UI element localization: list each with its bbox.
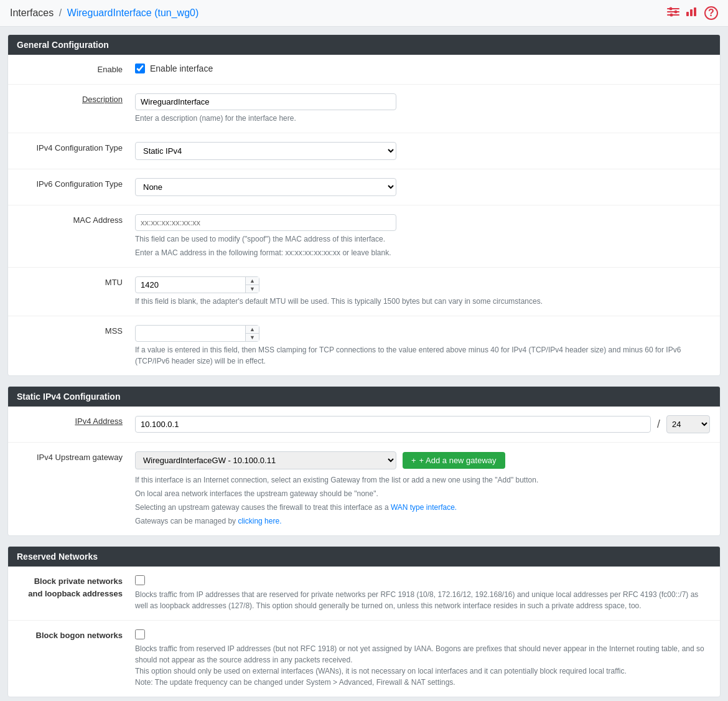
mac-row: MAC Address This field can be used to mo… (8, 205, 720, 268)
block-private-label: Block private networksand loopback addre… (8, 575, 133, 600)
mss-spinner-btns: ▲ ▼ (245, 326, 259, 341)
gw-help3-text: Selecting an upstream gateway causes the… (135, 503, 391, 512)
main-content: General Configuration Enable Enable inte… (0, 27, 728, 701)
ipv4-address-input[interactable] (135, 416, 651, 433)
block-private-help: Blocks traffic from IP addresses that ar… (135, 589, 710, 611)
mtu-input[interactable] (135, 276, 259, 293)
enable-row: Enable Enable interface (8, 55, 720, 85)
description-input[interactable] (135, 93, 396, 110)
mtu-help: If this field is blank, the adapter's de… (135, 296, 710, 307)
ipv4-slash: / (656, 418, 661, 431)
block-bogon-checkbox[interactable] (135, 629, 145, 639)
mss-increment-btn[interactable]: ▲ (246, 326, 259, 334)
upstream-gw-row: IPv4 Upstream gateway WireguardInterface… (8, 443, 720, 535)
static-ipv4-section: Static IPv4 Configuration IPv4 Address /… (7, 386, 721, 536)
mtu-row: MTU ▲ ▼ If this field is blank, the adap… (8, 268, 720, 316)
block-bogon-row: Block bogon networks Blocks traffic from… (8, 621, 720, 697)
mss-spinner: ▲ ▼ (135, 325, 259, 342)
enable-interface-label: Enable interface (150, 64, 213, 73)
block-private-checkbox[interactable] (135, 575, 145, 585)
add-gateway-button[interactable]: + + Add a new gateway (403, 452, 505, 469)
ipv4-config-label: IPv4 Configuration Type (8, 139, 133, 156)
svg-point-3 (670, 7, 673, 10)
mac-label: MAC Address (8, 212, 133, 228)
svg-rect-6 (686, 12, 689, 16)
mss-help: If a value is entered in this field, the… (135, 344, 710, 367)
sliders-icon[interactable] (667, 7, 679, 20)
svg-point-5 (670, 13, 673, 16)
mss-control: ▲ ▼ If a value is entered in this field,… (133, 322, 720, 369)
gw-help4: Gateways can be managed by clicking here… (135, 515, 710, 527)
static-ipv4-header: Static IPv4 Configuration (8, 387, 720, 407)
mtu-increment-btn[interactable]: ▲ (246, 277, 259, 285)
breadcrumb: Interfaces / WireguardInterface (tun_wg0… (10, 7, 198, 19)
gw-help4-text: Gateways can be managed by (135, 517, 238, 525)
block-private-checkbox-row (135, 575, 710, 585)
gw-help1: If this interface is an Internet connect… (135, 474, 710, 486)
gw-help2: On local area network interfaces the ups… (135, 488, 710, 499)
ipv4-address-row: IPv4 Address / 24 8 16 25 26 27 28 (8, 407, 720, 443)
mss-label: MSS (8, 322, 133, 339)
mac-control: This field can be used to modify ("spoof… (133, 212, 720, 261)
mss-input[interactable] (135, 325, 259, 342)
page-header: Interfaces / WireguardInterface (tun_wg0… (0, 0, 728, 27)
breadcrumb-separator: / (59, 7, 62, 18)
cidr-select[interactable]: 24 8 16 25 26 27 28 29 30 31 32 (666, 415, 710, 433)
description-help: Enter a description (name) for the inter… (135, 113, 710, 124)
mss-decrement-btn[interactable]: ▼ (246, 334, 259, 341)
svg-point-4 (674, 10, 678, 13)
svg-rect-0 (667, 8, 679, 9)
description-label: Description (8, 91, 133, 108)
block-bogon-control: Blocks traffic from reserved IP addresse… (133, 629, 720, 688)
breadcrumb-interfaces: Interfaces (10, 7, 54, 18)
block-bogon-help: Blocks traffic from reserved IP addresse… (135, 643, 710, 688)
general-config-header: General Configuration (8, 35, 720, 55)
block-bogon-label: Block bogon networks (8, 629, 133, 642)
enable-control: Enable interface (133, 61, 720, 76)
gateway-row: WireguardInterfaceGW - 10.100.0.11 none … (135, 451, 710, 469)
reserved-networks-section: Reserved Networks Block private networks… (7, 546, 721, 697)
svg-rect-2 (667, 14, 679, 16)
mac-help2: Enter a MAC address in the following for… (135, 247, 710, 258)
wan-type-link[interactable]: WAN type interface. (391, 503, 457, 512)
block-private-row: Block private networksand loopback addre… (8, 567, 720, 621)
plus-icon: + (411, 456, 416, 465)
enable-checkbox-row: Enable interface (135, 64, 710, 73)
mac-help1: This field can be used to modify ("spoof… (135, 233, 710, 245)
mtu-spinner-btns: ▲ ▼ (245, 277, 259, 293)
svg-rect-7 (690, 9, 693, 16)
ipv4-config-select[interactable]: Static IPv4 DHCP None (135, 142, 396, 160)
gw-help3: Selecting an upstream gateway causes the… (135, 502, 710, 513)
block-private-control: Blocks traffic from IP addresses that ar… (133, 575, 720, 611)
block-bogon-checkbox-row (135, 629, 710, 639)
clicking-here-link[interactable]: clicking here. (238, 517, 281, 525)
svg-rect-8 (694, 7, 696, 16)
ipv6-config-control: None Static IPv6 DHCP6 SLAAC (133, 176, 720, 199)
ipv4-config-control: Static IPv4 DHCP None (133, 139, 720, 162)
help-icon[interactable]: ? (704, 6, 718, 20)
ipv4-addr-row: / 24 8 16 25 26 27 28 29 30 31 32 (135, 415, 710, 433)
description-row: Description Enter a description (name) f… (8, 85, 720, 133)
ipv6-config-select[interactable]: None Static IPv6 DHCP6 SLAAC (135, 178, 396, 196)
mtu-spinner: ▲ ▼ (135, 276, 259, 293)
reserved-networks-header: Reserved Networks (8, 547, 720, 567)
enable-checkbox[interactable] (135, 64, 145, 73)
general-config-section: General Configuration Enable Enable inte… (7, 34, 721, 376)
breadcrumb-interface-link[interactable]: WireguardInterface (tun_wg0) (67, 7, 199, 18)
upstream-gw-select[interactable]: WireguardInterfaceGW - 10.100.0.11 none (135, 451, 396, 469)
description-control: Enter a description (name) for the inter… (133, 91, 720, 126)
mtu-decrement-btn[interactable]: ▼ (246, 285, 259, 293)
svg-rect-1 (667, 11, 679, 12)
page-wrapper: Interfaces / WireguardInterface (tun_wg0… (0, 0, 728, 701)
mac-input[interactable] (135, 214, 396, 231)
mtu-label: MTU (8, 274, 133, 291)
upstream-gw-label: IPv4 Upstream gateway (8, 449, 133, 466)
ipv4-config-row: IPv4 Configuration Type Static IPv4 DHCP… (8, 133, 720, 169)
ipv4-address-label: IPv4 Address (8, 413, 133, 430)
enable-label: Enable (8, 61, 133, 78)
chart-icon[interactable] (686, 7, 698, 20)
ipv6-config-label: IPv6 Configuration Type (8, 176, 133, 192)
mtu-control: ▲ ▼ If this field is blank, the adapter'… (133, 274, 720, 309)
header-icons: ? (667, 6, 718, 20)
mss-row: MSS ▲ ▼ If a value is entered in this fi… (8, 316, 720, 375)
